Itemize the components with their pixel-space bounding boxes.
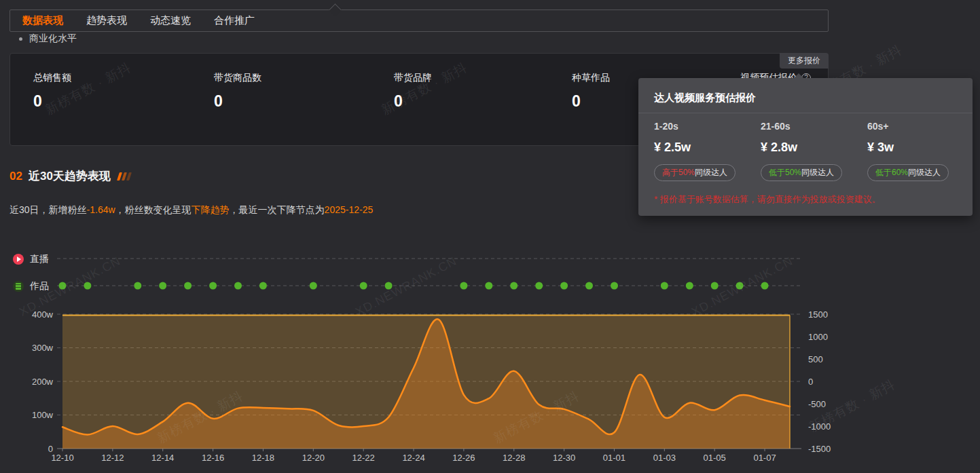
- live-icon: [13, 254, 24, 265]
- works-day-dot[interactable]: [234, 282, 242, 290]
- quote-duration: 1-20s: [654, 121, 756, 132]
- left-axis-label: 100w: [32, 410, 54, 420]
- quote-item-1-20s: 1-20s ¥ 2.5w 高于50%同级达人: [654, 121, 756, 181]
- stat-value: 0: [214, 92, 261, 111]
- stat-label: 总销售额: [33, 72, 71, 84]
- legend-live-label: 直播: [30, 253, 49, 265]
- stat-label: 带货品牌: [394, 72, 432, 84]
- quote-duration: 60s+: [867, 121, 969, 132]
- x-axis-label: 12-26: [452, 453, 475, 463]
- works-day-dot[interactable]: [159, 282, 166, 290]
- legend-live: 直播: [13, 253, 49, 265]
- x-axis-label: 12-10: [51, 453, 73, 463]
- stat-product-count: 带货商品数 0: [214, 72, 261, 111]
- peer-compare-badge: 高于50%同级达人: [654, 164, 736, 181]
- stat-total-sales: 总销售额 0: [33, 72, 71, 111]
- right-axis-label: -500: [808, 399, 826, 409]
- left-axis-label: 200w: [32, 377, 54, 387]
- legend-works-label: 作品: [30, 280, 49, 292]
- right-axis-label: 1000: [808, 332, 828, 342]
- x-axis-label: 12-28: [503, 453, 525, 463]
- x-axis-label: 12-20: [302, 453, 325, 463]
- right-axis-label: -1000: [808, 421, 831, 432]
- popup-title: 达人视频服务预估报价: [654, 92, 756, 105]
- works-day-dot[interactable]: [560, 282, 568, 290]
- stat-value: 0: [33, 92, 71, 111]
- more-quotes-button[interactable]: 更多报价: [780, 53, 829, 69]
- x-axis-label: 12-18: [252, 453, 274, 463]
- works-day-dot[interactable]: [510, 282, 518, 290]
- works-day-dot[interactable]: [84, 282, 91, 290]
- x-axis-label: 12-24: [402, 453, 424, 463]
- right-axis-label: 0: [808, 377, 813, 387]
- works-document-icon: [13, 281, 24, 292]
- works-day-dot[interactable]: [686, 282, 693, 290]
- popup-arrow-up: [793, 73, 804, 79]
- tab-bar: 数据表现 趋势表现 动态速览 合作推广: [10, 10, 829, 32]
- peer-compare-badge: 低于50%同级达人: [761, 164, 842, 181]
- right-axis-label: -1500: [808, 444, 831, 454]
- tab-cooperation-promo[interactable]: 合作推广: [214, 14, 255, 27]
- works-day-dot[interactable]: [711, 282, 719, 290]
- works-day-dot[interactable]: [310, 282, 317, 290]
- legend-works: 作品: [13, 280, 49, 292]
- works-day-dot[interactable]: [535, 282, 543, 290]
- works-day-dot[interactable]: [385, 282, 393, 290]
- video-quote-popup: 达人视频服务预估报价 1-20s ¥ 2.5w 高于50%同级达人 21-60s…: [638, 78, 973, 216]
- works-day-dot[interactable]: [661, 282, 668, 290]
- stat-label: 带货商品数: [214, 72, 261, 84]
- works-day-dot[interactable]: [460, 282, 467, 290]
- quote-item-21-60s: 21-60s ¥ 2.8w 低于50%同级达人: [761, 121, 863, 181]
- quote-duration: 21-60s: [761, 121, 863, 132]
- stat-brand-count: 带货品牌 0: [394, 72, 432, 111]
- works-day-dot[interactable]: [485, 282, 492, 290]
- works-day-dot[interactable]: [761, 282, 769, 290]
- stat-label: 种草作品: [572, 72, 610, 84]
- quote-item-60s-plus: 60s+ ¥ 3w 低于60%同级达人: [867, 121, 969, 181]
- peer-compare-badge: 低于60%同级达人: [867, 164, 949, 181]
- right-axis-label: 1500: [808, 309, 828, 320]
- quote-price: ¥ 3w: [867, 140, 969, 155]
- works-day-dot[interactable]: [134, 282, 141, 290]
- tab-activity-overview[interactable]: 动态速览: [150, 14, 191, 27]
- works-day-dot[interactable]: [360, 282, 367, 290]
- popup-divider: [638, 113, 973, 113]
- works-day-dot[interactable]: [736, 282, 744, 290]
- left-axis-label: 300w: [32, 343, 54, 353]
- works-day-dot[interactable]: [184, 282, 192, 290]
- quote-price: ¥ 2.5w: [654, 140, 756, 155]
- x-axis-label: 01-01: [603, 453, 625, 463]
- x-axis-label: 01-03: [653, 453, 676, 463]
- x-axis-label: 12-12: [101, 453, 124, 463]
- works-day-dot[interactable]: [259, 282, 267, 290]
- x-axis-label: 01-07: [753, 453, 776, 463]
- x-axis-label: 12-16: [202, 453, 224, 463]
- left-axis-label: 400w: [32, 309, 54, 320]
- stat-seeding-works: 种草作品 0: [572, 72, 610, 111]
- x-axis-label: 12-22: [352, 453, 375, 463]
- stat-value: 0: [572, 92, 610, 111]
- tab-data-performance[interactable]: 数据表现: [22, 14, 63, 27]
- x-axis-label: 01-05: [704, 453, 726, 463]
- works-day-dot[interactable]: [59, 282, 67, 290]
- x-axis-label: 12-14: [151, 453, 174, 463]
- x-axis-label: 12-30: [553, 453, 575, 463]
- stat-value: 0: [394, 92, 432, 111]
- works-day-dot[interactable]: [209, 282, 217, 290]
- right-axis-label: 500: [808, 354, 823, 364]
- quote-disclaimer: * 报价基于账号数据估算，请勿直接作为投放或投资建议。: [654, 193, 881, 206]
- tab-trend-performance[interactable]: 趋势表现: [86, 14, 127, 27]
- works-day-dot[interactable]: [611, 282, 618, 290]
- works-day-dot[interactable]: [585, 282, 593, 290]
- quote-price: ¥ 2.8w: [761, 140, 863, 155]
